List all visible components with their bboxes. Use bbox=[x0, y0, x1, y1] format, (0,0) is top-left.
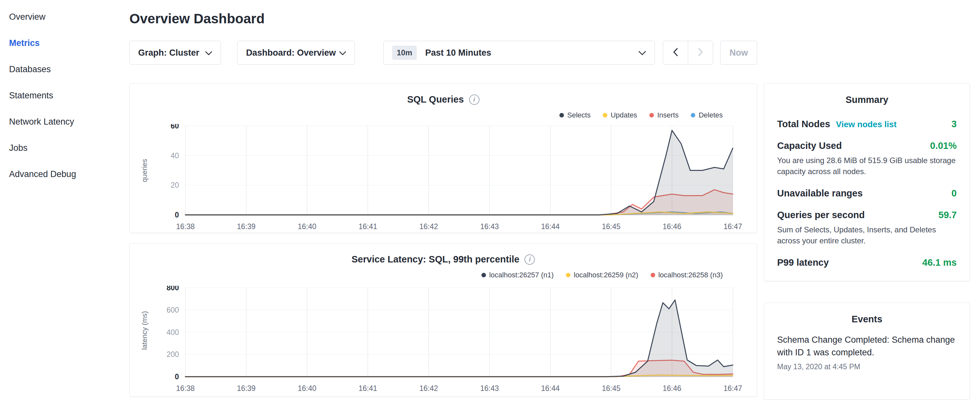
svg-text:16:39: 16:39 bbox=[237, 222, 256, 231]
legend-label: localhost:26259 (n2) bbox=[574, 271, 638, 279]
sidebar: Overview Metrics Databases Statements Ne… bbox=[0, 0, 129, 400]
legend-item: localhost:26257 (n1) bbox=[481, 271, 554, 279]
chevron-down-icon bbox=[205, 48, 212, 58]
sidebar-item-advanced-debug[interactable]: Advanced Debug bbox=[0, 161, 129, 187]
legend-label: Deletes bbox=[698, 111, 723, 120]
events-panel: Events Schema Change Completed: Schema c… bbox=[764, 303, 970, 400]
chart-title: Service Latency: SQL, 99th percentile bbox=[352, 254, 520, 265]
chart-plot[interactable]: 020040060080016:3816:3916:4016:4116:4216… bbox=[130, 286, 757, 394]
chart-header: SQL Queries i bbox=[130, 94, 757, 105]
time-range-badge: 10m bbox=[392, 46, 417, 60]
graph-dropdown[interactable]: Graph: Cluster bbox=[129, 41, 221, 65]
summary-row-description: Sum of Selects, Updates, Inserts, and De… bbox=[777, 224, 957, 246]
svg-text:60: 60 bbox=[170, 124, 179, 130]
legend-item: Updates bbox=[603, 111, 637, 120]
svg-text:16:41: 16:41 bbox=[358, 222, 377, 231]
legend-item: localhost:26259 (n2) bbox=[566, 271, 638, 279]
legend-item: Deletes bbox=[691, 111, 723, 120]
summary-row-value: 59.7 bbox=[939, 210, 957, 220]
sql-queries-chart-card: SQL Queries i SelectsUpdatesInsertsDelet… bbox=[129, 83, 757, 233]
time-range-dropdown[interactable]: 10m Past 10 Minutes bbox=[383, 41, 655, 65]
svg-text:16:47: 16:47 bbox=[724, 222, 742, 231]
summary-row-p99-latency: P99 latency 46.1 ms bbox=[777, 246, 957, 268]
right-column: Summary Total Nodes View nodes list 3 Ca… bbox=[757, 0, 980, 400]
legend-label: Selects bbox=[567, 111, 590, 120]
summary-row-label: Queries per second bbox=[777, 210, 865, 220]
chart-legend: localhost:26257 (n1)localhost:26259 (n2)… bbox=[481, 271, 723, 279]
svg-text:16:39: 16:39 bbox=[237, 384, 256, 392]
legend-item: localhost:26258 (n3) bbox=[651, 271, 723, 279]
dashboard-dropdown-label: Dashboard: Overview bbox=[246, 48, 336, 58]
event-item-text: Schema Change Completed: Schema change w… bbox=[777, 334, 957, 359]
svg-text:16:40: 16:40 bbox=[298, 222, 317, 231]
svg-text:16:43: 16:43 bbox=[480, 222, 499, 231]
chevron-right-icon bbox=[698, 48, 703, 57]
summary-row-total-nodes: Total Nodes View nodes list 3 bbox=[777, 108, 957, 129]
chart-canvas[interactable]: 020040060080016:3816:3916:4016:4116:4216… bbox=[130, 286, 757, 394]
time-range-label: Past 10 Minutes bbox=[425, 48, 491, 58]
info-icon[interactable]: i bbox=[525, 254, 535, 265]
sidebar-item-statements[interactable]: Statements bbox=[0, 83, 129, 109]
events-title: Events bbox=[777, 314, 957, 325]
page-title: Overview Dashboard bbox=[129, 11, 757, 27]
legend-dot-icon bbox=[649, 113, 654, 118]
view-nodes-list-link[interactable]: View nodes list bbox=[836, 120, 897, 129]
chart-plot[interactable]: 020406016:3816:3916:4016:4116:4216:4316:… bbox=[130, 124, 757, 233]
app-root: Overview Metrics Databases Statements Ne… bbox=[0, 0, 980, 400]
now-button[interactable]: Now bbox=[720, 41, 757, 65]
summary-row-label: Total Nodes bbox=[777, 119, 830, 129]
svg-text:16:43: 16:43 bbox=[480, 384, 499, 392]
summary-row-description: You are using 28.6 MiB of 515.9 GiB usab… bbox=[777, 155, 957, 177]
summary-row-label: Unavailable ranges bbox=[777, 188, 862, 199]
chart-title: SQL Queries bbox=[407, 94, 464, 105]
legend-dot-icon bbox=[651, 273, 655, 277]
svg-text:0: 0 bbox=[175, 373, 179, 381]
dashboard-dropdown[interactable]: Dashboard: Overview bbox=[237, 41, 355, 65]
summary-row-label: Capacity Used bbox=[777, 140, 842, 151]
summary-row-value: 3 bbox=[951, 119, 957, 129]
svg-text:16:46: 16:46 bbox=[663, 222, 681, 231]
svg-text:400: 400 bbox=[167, 328, 179, 336]
chevron-down-icon bbox=[638, 48, 646, 58]
summary-title: Summary bbox=[777, 94, 957, 105]
legend-label: localhost:26258 (n3) bbox=[659, 271, 723, 279]
legend-dot-icon bbox=[603, 113, 607, 118]
service-latency-chart-card: Service Latency: SQL, 99th percentile i … bbox=[129, 243, 757, 397]
time-next-button[interactable] bbox=[688, 41, 713, 65]
svg-text:600: 600 bbox=[167, 306, 179, 314]
svg-text:800: 800 bbox=[167, 286, 179, 292]
sidebar-item-databases[interactable]: Databases bbox=[0, 56, 129, 83]
svg-text:16:44: 16:44 bbox=[541, 222, 560, 231]
chart-header: Service Latency: SQL, 99th percentile i bbox=[130, 254, 757, 265]
sidebar-item-metrics[interactable]: Metrics bbox=[0, 30, 129, 56]
svg-text:16:41: 16:41 bbox=[358, 384, 377, 392]
legend-label: Inserts bbox=[657, 111, 678, 120]
svg-text:16:42: 16:42 bbox=[419, 222, 438, 231]
svg-text:200: 200 bbox=[167, 350, 179, 359]
chevron-left-icon bbox=[673, 48, 678, 57]
summary-row-label: P99 latency bbox=[777, 257, 829, 268]
summary-row-capacity-used: Capacity Used 0.01% You are using 28.6 M… bbox=[777, 129, 957, 177]
main-content: Overview Dashboard Graph: Cluster Dashbo… bbox=[129, 0, 757, 400]
time-prev-button[interactable] bbox=[663, 41, 688, 65]
legend-dot-icon bbox=[691, 113, 695, 118]
svg-text:16:45: 16:45 bbox=[602, 384, 620, 392]
summary-row-value: 0 bbox=[951, 188, 957, 199]
summary-row-value: 46.1 ms bbox=[923, 257, 957, 268]
graph-dropdown-label: Graph: Cluster bbox=[138, 48, 199, 58]
summary-row-queries-per-second: Queries per second 59.7 Sum of Selects, … bbox=[777, 199, 957, 246]
legend-item: Inserts bbox=[649, 111, 678, 120]
summary-row-value: 0.01% bbox=[930, 140, 957, 151]
chart-canvas[interactable]: 020406016:3816:3916:4016:4116:4216:4316:… bbox=[130, 124, 757, 233]
sidebar-item-jobs[interactable]: Jobs bbox=[0, 135, 129, 161]
svg-text:16:47: 16:47 bbox=[724, 384, 742, 392]
sidebar-item-overview[interactable]: Overview bbox=[0, 4, 129, 30]
legend-dot-icon bbox=[566, 273, 570, 277]
svg-text:16:38: 16:38 bbox=[176, 222, 195, 231]
svg-text:16:38: 16:38 bbox=[176, 384, 195, 392]
legend-label: Updates bbox=[611, 111, 637, 120]
info-icon[interactable]: i bbox=[469, 94, 479, 105]
svg-text:16:42: 16:42 bbox=[419, 384, 438, 392]
sidebar-item-network-latency[interactable]: Network Latency bbox=[0, 109, 129, 135]
svg-text:16:40: 16:40 bbox=[298, 384, 317, 392]
